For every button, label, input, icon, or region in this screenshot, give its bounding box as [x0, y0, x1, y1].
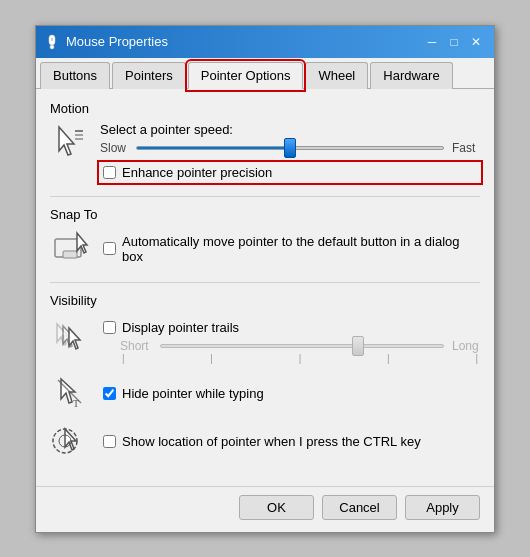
svg-point-2 — [50, 45, 54, 49]
tick-3: | — [299, 353, 302, 364]
trails-item: Display pointer trails Short Long | | | … — [50, 314, 480, 364]
apply-button[interactable]: Apply — [405, 495, 480, 520]
enhance-precision-row: Enhance pointer precision — [100, 163, 480, 182]
hide-pointer-checkbox[interactable] — [103, 387, 116, 400]
hide-cursor-icon: T — [51, 373, 89, 411]
divider-2 — [50, 282, 480, 283]
trails-controls: Display pointer trails Short Long | | | … — [100, 314, 480, 364]
snap-auto-row: Automatically move pointer to the defaul… — [100, 232, 480, 266]
snap-cursor-icon — [51, 229, 89, 267]
hide-pointer-label[interactable]: Hide pointer while typing — [122, 386, 264, 401]
slow-label: Slow — [100, 141, 128, 155]
speed-slider-fill — [137, 147, 290, 149]
snap-to-section: Snap To Automatically move pointer to th… — [50, 207, 480, 268]
tick-2: | — [210, 353, 213, 364]
window-title: Mouse Properties — [66, 34, 168, 49]
speed-label: Select a pointer speed: — [100, 122, 480, 137]
snap-auto-checkbox[interactable] — [103, 242, 116, 255]
long-label: Long — [452, 339, 480, 353]
minimize-button[interactable]: ─ — [422, 32, 442, 52]
enhance-precision-label[interactable]: Enhance pointer precision — [122, 165, 272, 180]
speed-slider-track[interactable] — [136, 146, 444, 150]
visibility-section: Visibility Display pointer trails — [50, 293, 480, 460]
motion-body: Select a pointer speed: Slow Fast Enhanc… — [50, 122, 480, 182]
enhance-precision-checkbox[interactable] — [103, 166, 116, 179]
cancel-button[interactable]: Cancel — [322, 495, 397, 520]
trails-label[interactable]: Display pointer trails — [122, 320, 239, 335]
close-button[interactable]: ✕ — [466, 32, 486, 52]
location-cursor-icon — [51, 421, 89, 459]
title-bar-left: Mouse Properties — [44, 34, 168, 50]
dialog-buttons: OK Cancel Apply — [36, 486, 494, 532]
fast-label: Fast — [452, 141, 480, 155]
trails-checkbox[interactable] — [103, 321, 116, 334]
visibility-title: Visibility — [50, 293, 480, 308]
title-bar: Mouse Properties ─ □ ✕ — [36, 26, 494, 58]
hide-pointer-icon: T — [50, 372, 90, 412]
tick-4: | — [387, 353, 390, 364]
show-location-controls: Show location of pointer when I press th… — [100, 428, 480, 451]
speed-slider-thumb[interactable] — [284, 138, 296, 158]
maximize-button[interactable]: □ — [444, 32, 464, 52]
hide-pointer-row: Hide pointer while typing — [100, 384, 480, 403]
svg-marker-3 — [59, 127, 74, 155]
svg-marker-9 — [77, 233, 87, 253]
snap-to-controls: Automatically move pointer to the defaul… — [100, 228, 480, 266]
tick-5: | — [475, 353, 478, 364]
show-location-item: Show location of pointer when I press th… — [50, 420, 480, 460]
speed-slider-row: Slow Fast — [100, 141, 480, 155]
trails-checkbox-row: Display pointer trails — [100, 318, 480, 337]
show-location-icon — [50, 420, 90, 460]
trail-tick-row: | | | | | — [120, 353, 480, 364]
svg-rect-8 — [63, 251, 77, 258]
tab-pointers[interactable]: Pointers — [112, 62, 186, 89]
show-location-checkbox[interactable] — [103, 435, 116, 448]
tick-1: | — [122, 353, 125, 364]
mouse-title-icon — [44, 34, 60, 50]
motion-section: Motion Select a pointer speed: Slow — [50, 101, 480, 182]
hide-pointer-controls: Hide pointer while typing — [100, 380, 480, 403]
tab-wheel[interactable]: Wheel — [305, 62, 368, 89]
motion-title: Motion — [50, 101, 480, 116]
motion-controls: Select a pointer speed: Slow Fast Enhanc… — [100, 122, 480, 182]
title-buttons: ─ □ ✕ — [422, 32, 486, 52]
tab-content: Motion Select a pointer speed: Slow — [36, 89, 494, 486]
motion-icon — [50, 122, 90, 162]
tab-pointer-options[interactable]: Pointer Options — [188, 62, 304, 89]
divider-1 — [50, 196, 480, 197]
hide-pointer-item: T Hide pointer while typing — [50, 372, 480, 412]
tab-bar: Buttons Pointers Pointer Options Wheel H… — [36, 58, 494, 89]
trails-cursor-icon — [51, 320, 89, 358]
show-location-row: Show location of pointer when I press th… — [100, 432, 480, 451]
mouse-properties-window: Mouse Properties ─ □ ✕ Buttons Pointers … — [35, 25, 495, 533]
snap-to-body: Automatically move pointer to the defaul… — [50, 228, 480, 268]
motion-cursor-icon — [51, 123, 89, 161]
tab-buttons[interactable]: Buttons — [40, 62, 110, 89]
trails-slider-row: Short Long — [120, 339, 480, 353]
snap-to-title: Snap To — [50, 207, 480, 222]
snap-icon — [50, 228, 90, 268]
tab-hardware[interactable]: Hardware — [370, 62, 452, 89]
trail-slider-track — [160, 344, 444, 348]
snap-auto-label[interactable]: Automatically move pointer to the defaul… — [122, 234, 477, 264]
trails-icon — [50, 319, 90, 359]
ok-button[interactable]: OK — [239, 495, 314, 520]
show-location-label[interactable]: Show location of pointer when I press th… — [122, 434, 421, 449]
short-label: Short — [120, 339, 152, 353]
